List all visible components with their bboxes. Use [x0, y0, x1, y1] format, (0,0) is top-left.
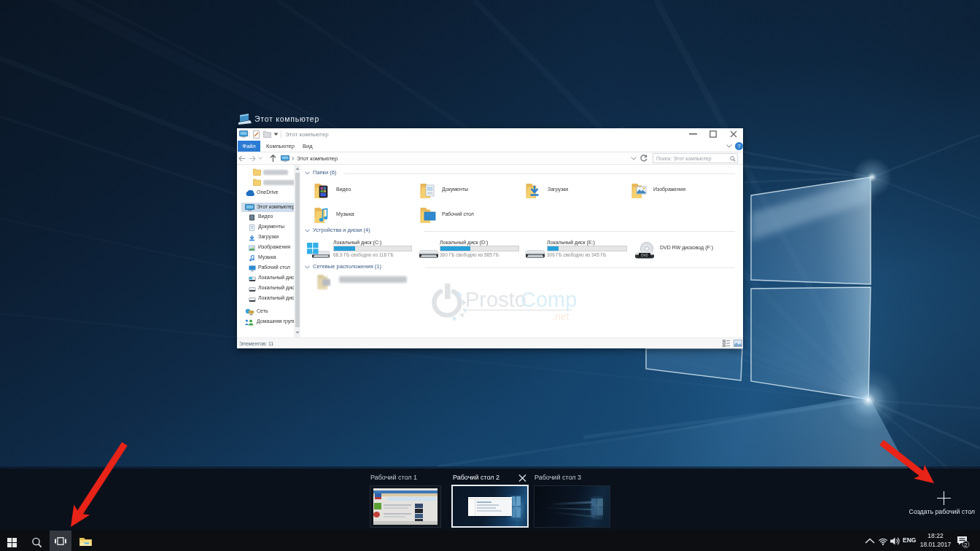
svg-text:.net: .net — [552, 310, 569, 322]
svg-text:DVD: DVD — [641, 254, 648, 257]
svg-text:2: 2 — [964, 542, 968, 548]
svg-text:Prosto: Prosto — [465, 288, 526, 311]
svg-text:Comp: Comp — [521, 288, 577, 311]
